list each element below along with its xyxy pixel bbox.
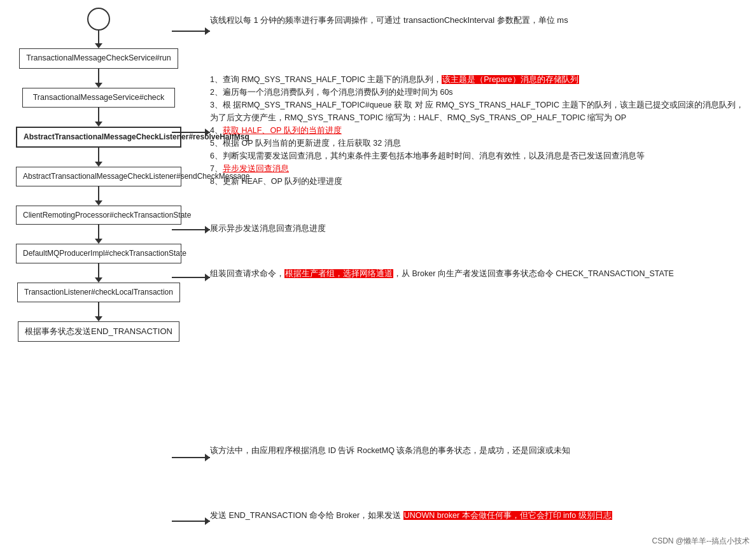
node-transaction-listener: TransactionListener#checkLocalTransactio… [17, 283, 180, 302]
ann2-line3: 3、根 据RMQ_SYS_TRANS_HALF_TOPIC#queue 获 取 … [210, 99, 750, 124]
ann2-line2: 2、遍历每一个消息消费队列，每个消息消费队列的处理时间为 60s [210, 86, 750, 99]
node-transactional-check-service-run: TransactionalMessageCheckService#run [19, 48, 178, 69]
annotation-1: 该线程以每 1 分钟的频率进行事务回调操作，可通过 transactionChe… [210, 14, 750, 27]
ann2-line7: 7、异步发送回查消息 [210, 162, 750, 175]
ann2-line4: 4、获取 HALF、OP 队列的当前进度 [210, 124, 750, 137]
arrow-ann6-to-node8 [172, 521, 210, 522]
annotation-3: 展示异步发送消息回查消息进度 [210, 223, 750, 235]
arrow-ann1-to-node1 [172, 31, 210, 32]
annotation-2: 1、查询 RMQ_SYS_TRANS_HALF_TOPIC 主题下的消息队列，该… [210, 73, 750, 188]
arrow-ann2-to-node2 [172, 132, 210, 133]
watermark: CSDN @懒羊羊--搞点小技术 [652, 536, 750, 547]
arrow-ann3-to-node3 [172, 229, 210, 230]
ann4-highlight: 根据生产者组，选择网络通道 [284, 269, 393, 278]
node-resolve-half-msg: AbstractTransactionalMessageCheckListene… [16, 127, 181, 148]
page-wrapper: TransactionalMessageCheckService#run Tra… [0, 0, 756, 553]
ann2-line1: 1、查询 RMQ_SYS_TRANS_HALF_TOPIC 主题下的消息队列，该… [210, 73, 750, 86]
node-client-remoting-processor: ClientRemotingProcessor#checkTransaction… [16, 206, 181, 225]
ann2-highlight2: 获取 HALF、OP 队列的当前进度 [223, 126, 342, 135]
annotation-4: 组装回查请求命令，根据生产者组，选择网络通道，从 Broker 向生产者发送回查… [210, 267, 750, 280]
ann2-highlight1: 该主题是（Prepare）消息的存储队列 [442, 75, 578, 84]
ann6-highlight: UNOWN broker 本会做任何事，但它会打印 info 级别日志 [403, 511, 612, 520]
annotation-5: 该方法中，由应用程序根据消息 ID 告诉 RocketMQ 该条消息的事务状态，… [210, 444, 750, 457]
node-transactional-message-service-check: TransactionalMessageService#check [22, 88, 175, 108]
ann2-line8: 8、更新 HEAF、OP 队列的处理进度 [210, 175, 750, 188]
start-circle [87, 8, 110, 31]
node-default-mq-producer-impl: DefaultMQProducerImpl#checkTransactionSt… [16, 244, 181, 263]
node-send-check-message: AbstractTransactionalMessageCheckListene… [16, 167, 181, 186]
arrow-ann5-to-node7 [172, 457, 210, 458]
ann2-line6: 6、判断实现需要发送回查消息，其约束条件主要包括本地事务超时时间、消息有效性，以… [210, 150, 750, 162]
flowchart: TransactionalMessageCheckService#run Tra… [0, 0, 197, 342]
ann2-line5: 5、根据 OP 队列当前的更新进度，往后获取 32 消息 [210, 137, 750, 150]
annotation-6: 发送 END_TRANSACTION 命令给 Broker，如果发送 UNOWN… [210, 509, 750, 522]
arrow-ann4-to-node4 [172, 277, 210, 278]
ann2-highlight3: 异步发送回查消息 [223, 164, 289, 173]
node-send-end-transaction: 根据事务状态发送END_TRANSACTION [18, 321, 179, 342]
